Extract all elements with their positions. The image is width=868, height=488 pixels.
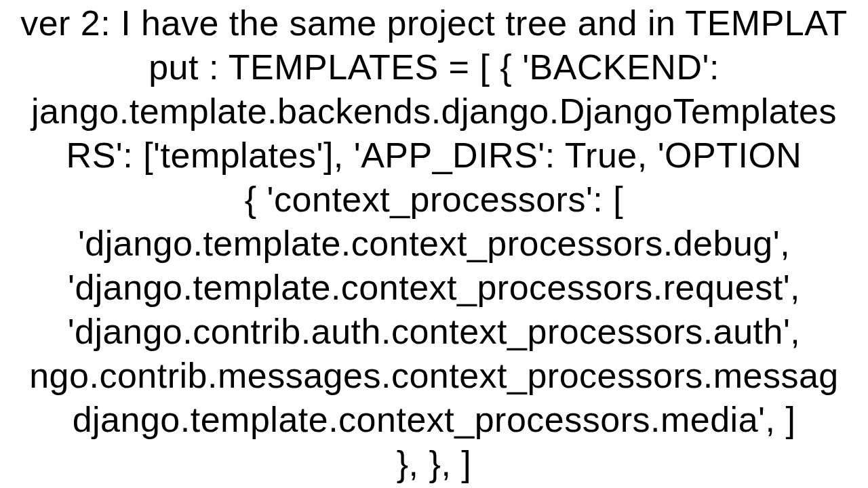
text-line: 'django.contrib.auth.context_processors.… [68,310,801,354]
text-line: django.template.context_processors.media… [73,398,796,442]
text-line: jango.template.backends.django.DjangoTem… [31,89,837,134]
text-block: ver 2: I have the same project tree and … [0,0,868,488]
text-line: 'django.template.context_processors.debu… [78,222,790,266]
text-line: }, }, ] [397,442,471,486]
text-line: 'django.template.context_processors.requ… [68,266,800,310]
text-line: { 'context_processors': [ [245,178,623,222]
text-line: ngo.contrib.messages.context_processors.… [29,354,839,398]
text-line: put : TEMPLATES = [ { 'BACKEND': [149,45,719,89]
text-line: ver 2: I have the same project tree and … [20,1,848,45]
text-line: RS': ['templates'], 'APP_DIRS': True, 'O… [66,134,802,178]
